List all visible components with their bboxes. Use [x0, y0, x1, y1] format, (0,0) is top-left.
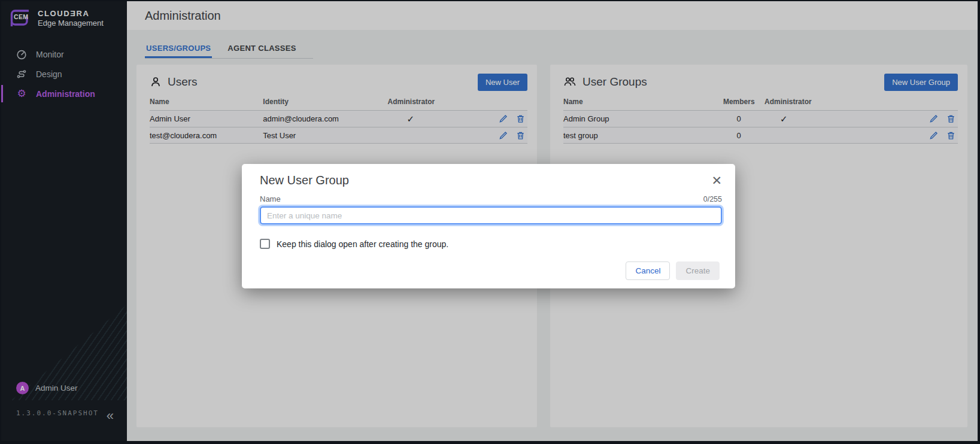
char-counter: 0/255 [703, 195, 722, 203]
app-window: CEM CLOUDƎRA Edge Management Monitor [0, 0, 980, 444]
create-button[interactable]: Create [676, 261, 720, 280]
keep-open-row: Keep this dialog open after creating the… [260, 239, 722, 249]
new-user-group-dialog: New User Group ✕ Name 0/255 Keep this di… [242, 164, 735, 288]
keep-open-checkbox[interactable] [260, 239, 270, 249]
name-field-label: Name [260, 194, 281, 203]
name-label-row: Name 0/255 [260, 194, 722, 203]
cancel-button[interactable]: Cancel [626, 261, 670, 280]
dialog-title: New User Group [260, 174, 349, 187]
group-name-input[interactable] [260, 206, 722, 224]
close-icon[interactable]: ✕ [711, 174, 722, 187]
dialog-actions: Cancel Create [260, 261, 722, 280]
keep-open-label: Keep this dialog open after creating the… [277, 239, 448, 249]
dialog-header: New User Group ✕ [260, 174, 722, 187]
